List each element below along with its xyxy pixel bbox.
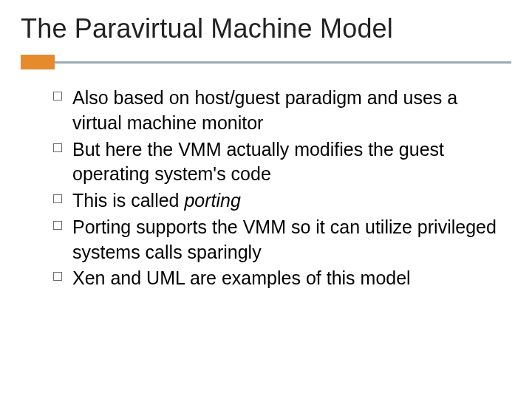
bullet-text: But here the VMM actually modifies the g…: [72, 137, 504, 188]
slide: The Paravirtual Machine Model Also based…: [0, 0, 532, 399]
bullet-square-icon: [53, 194, 62, 203]
bullet-text: This is called porting: [72, 188, 241, 214]
bullet-text: Porting supports the VMM so it can utili…: [72, 215, 504, 265]
bullet-square-icon: [53, 272, 62, 281]
list-item: But here the VMM actually modifies the g…: [53, 137, 504, 188]
bullet-text-em: porting: [184, 190, 240, 211]
bullet-list: Also based on host/guest paradigm and us…: [21, 86, 511, 291]
bullet-square-icon: [53, 221, 62, 230]
slide-title: The Paravirtual Machine Model: [21, 13, 511, 44]
bullet-text: Also based on host/guest paradigm and us…: [72, 86, 504, 136]
list-item: Also based on host/guest paradigm and us…: [53, 86, 504, 136]
list-item: Porting supports the VMM so it can utili…: [53, 215, 504, 265]
bullet-square-icon: [53, 143, 62, 152]
divider-line: [55, 61, 511, 64]
bullet-text-pre: This is called: [72, 190, 184, 211]
accent-block: [21, 55, 55, 69]
list-item: This is called porting: [53, 188, 504, 214]
title-rule: [21, 55, 511, 69]
bullet-text: Xen and UML are examples of this model: [72, 266, 411, 291]
bullet-square-icon: [53, 92, 62, 100]
list-item: Xen and UML are examples of this model: [53, 266, 504, 291]
